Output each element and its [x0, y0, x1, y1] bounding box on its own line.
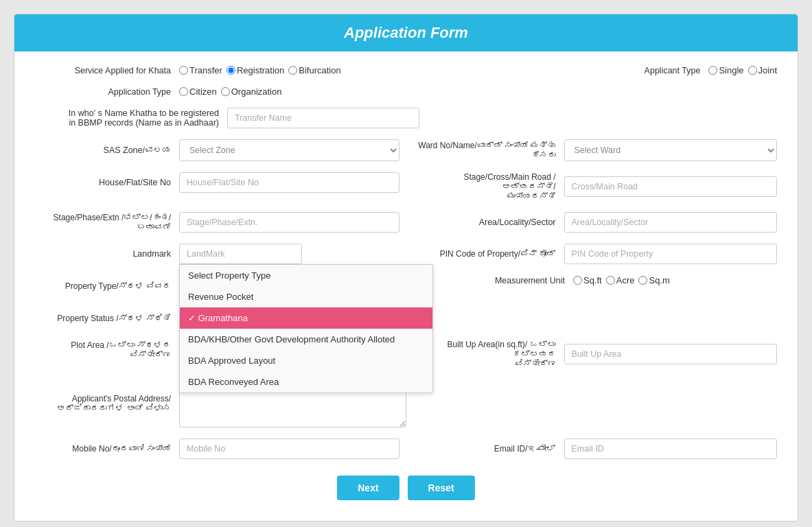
radio-sqft[interactable]	[573, 276, 582, 285]
dropdown-item-bda-reconveyed[interactable]: BDA Reconveyed Area	[180, 371, 432, 393]
radio-organization-text: Organization	[231, 86, 282, 97]
property-type-dropdown: Select Property Type Revenue Pocket Gram…	[179, 264, 433, 393]
app-header: Application Form	[14, 14, 798, 51]
radio-organization[interactable]	[221, 87, 230, 96]
built-label: Built Up Area(in sq.ft)/ ಒಟ್ಟು ಕಟ್ಟಡದವಿಸ…	[413, 340, 564, 368]
radio-acre-text: Acre	[616, 275, 635, 285]
radio-single[interactable]	[708, 66, 717, 75]
name-row-inner: In who' s Name Khatha to be registeredin…	[35, 108, 777, 128]
plot-label: Plot Area /ಒಟ್ಟು ಸ್ಥಳದ ವಿಸ್ತೀರ್ಣ	[35, 340, 179, 360]
radio-bifurcation[interactable]	[288, 66, 297, 75]
radio-joint-label[interactable]: Joint	[748, 65, 777, 75]
radio-joint[interactable]	[748, 66, 757, 75]
page-title: Application Form	[14, 24, 798, 42]
row-mobile-email: Mobile No/ದೂರವಾಣಿ ಸಂಖ್ಯೆ Email ID/ಇ-ಮೇಲ್	[35, 438, 777, 459]
applicant-col: Applicant Type Single Joint	[399, 65, 778, 75]
radio-registration-label[interactable]: Registration	[227, 65, 284, 75]
pin-label: PIN Code of Property/ಪಿನ್ ಕೋಡ್	[413, 249, 564, 259]
app-type-col: Application Type Citizen Organization	[35, 86, 406, 97]
radio-acre-label[interactable]: Acre	[606, 275, 635, 285]
next-button[interactable]: Next	[337, 476, 399, 500]
radio-transfer-label[interactable]: Transfer	[179, 65, 222, 75]
dropdown-item-bda-approved[interactable]: BDA Approved Layout	[180, 350, 432, 371]
pin-input[interactable]	[564, 244, 778, 264]
radio-sqm-label[interactable]: Sq.m	[638, 275, 669, 285]
row-service-applicant: Service Applied for Khata Transfer Regis…	[35, 65, 777, 75]
radio-joint-text: Joint	[758, 65, 777, 75]
area-label: Area/Locality/Sector	[413, 218, 564, 227]
dropdown-item-revenue-pocket[interactable]: Revenue Pocket	[180, 286, 432, 307]
landmark-input[interactable]	[179, 244, 302, 264]
service-label: Service Applied for Khata	[35, 66, 179, 75]
mobile-col: Mobile No/ದೂರವಾಣಿ ಸಂಖ್ಯೆ	[35, 438, 399, 459]
radio-acre[interactable]	[606, 276, 615, 285]
ward-select[interactable]: Select Ward	[564, 139, 778, 161]
radio-sqft-label[interactable]: Sq.ft	[573, 275, 602, 285]
app-type-label: Application Type	[35, 87, 179, 97]
radio-bifurcation-text: Bifurcation	[299, 65, 340, 75]
row-app-type: Application Type Citizen Organization	[35, 86, 777, 97]
mobile-label: Mobile No/ದೂರವಾಣಿ ಸಂಖ್ಯೆ	[35, 444, 179, 454]
radio-transfer[interactable]	[179, 66, 188, 75]
road-col: Stage/Cross/Main Road /ಅಡ್ಡರಸ್ತೆ/ಮುಖ್ಯರಸ…	[413, 172, 778, 201]
landmark-label: Landmark	[35, 249, 179, 259]
radio-registration[interactable]	[227, 66, 235, 75]
row-name: In who' s Name Khatha to be registeredin…	[35, 108, 777, 128]
stage-col: Stage/Phase/Extn /ಭಟ್ಟ/ಹಂತ/ಬಡಾವಣೆ	[35, 212, 399, 233]
row-stage-area: Stage/Phase/Extn /ಭಟ್ಟ/ಹಂತ/ಬಡಾವಣೆ Area/L…	[35, 212, 777, 233]
radio-transfer-text: Transfer	[189, 65, 222, 75]
row-house-road: House/Flat/Site No Stage/Cross/Main Road…	[35, 172, 777, 201]
sas-zone-label: SAS Zone/ವಲಯ	[35, 145, 179, 155]
road-label: Stage/Cross/Main Road /ಅಡ್ಡರಸ್ತೆ/ಮುಖ್ಯರಸ…	[413, 172, 564, 201]
prop-type-label: Property Type/ಸ್ಥಳ ವಿವರ	[35, 281, 179, 291]
house-label: House/Flat/Site No	[35, 178, 179, 187]
name-label: In who' s Name Khatha to be registeredin…	[35, 108, 227, 128]
radio-citizen-label[interactable]: Citizen	[179, 86, 217, 97]
house-no-input[interactable]	[179, 172, 399, 193]
service-radio-group: Transfer Registration Bifurcation	[179, 65, 341, 75]
app-type-radio-group: Citizen Organization	[179, 86, 281, 97]
zone-col: SAS Zone/ವಲಯ Select Zone East Zone West …	[35, 139, 399, 161]
email-input[interactable]	[564, 438, 778, 459]
button-row: Next Reset	[35, 476, 777, 500]
reset-button[interactable]: Reset	[408, 476, 475, 500]
house-col: House/Flat/Site No	[35, 172, 399, 193]
landmark-col: Landmark Select Property Type Revenue Po…	[35, 244, 399, 264]
property-type-dropdown-wrapper: Select Property Type Revenue Pocket Gram…	[179, 244, 399, 264]
dropdown-item-gramathana[interactable]: Gramathana	[180, 307, 432, 329]
ward-col: Ward No/Name/ವಾರ್ಡ್ ಸಂಖ್ಯೆ ಮತ್ತು ಹೆಸರು S…	[413, 139, 778, 161]
road-input[interactable]	[564, 176, 778, 197]
measurement-radio-group: Sq.ft Acre Sq.m	[573, 275, 670, 285]
row-zone-ward: SAS Zone/ವಲಯ Select Zone East Zone West …	[35, 139, 777, 161]
radio-organization-label[interactable]: Organization	[221, 86, 282, 97]
applicant-radio-group: Single Joint	[708, 65, 777, 75]
dropdown-item-select-property[interactable]: Select Property Type	[180, 265, 432, 286]
row-landmark-pin: Landmark Select Property Type Revenue Po…	[35, 244, 777, 264]
radio-bifurcation-label[interactable]: Bifurcation	[288, 65, 340, 75]
dropdown-item-bda-khb[interactable]: BDA/KHB/Other Govt Development Authority…	[180, 329, 432, 350]
radio-single-label[interactable]: Single	[708, 65, 743, 75]
radio-single-text: Single	[719, 65, 743, 75]
transfer-name-input[interactable]	[227, 108, 419, 128]
radio-sqm-text: Sq.m	[649, 275, 669, 285]
applicant-type-label: Applicant Type	[557, 66, 708, 75]
postal-label: Applicant's Postal Address/ಅರ್ಜಿದಾರರುಗಳ …	[35, 394, 179, 413]
email-col: Email ID/ಇ-ಮೇಲ್	[413, 438, 778, 459]
radio-registration-text: Registration	[237, 65, 284, 75]
email-label: Email ID/ಇ-ಮೇಲ್	[413, 444, 564, 454]
built-up-area-input[interactable]	[564, 344, 778, 364]
radio-sqft-text: Sq.ft	[583, 275, 602, 285]
sas-zone-select[interactable]: Select Zone East Zone West Zone North Zo…	[179, 139, 399, 161]
ward-label: Ward No/Name/ವಾರ್ಡ್ ಸಂಖ್ಯೆ ಮತ್ತು ಹೆಸರು	[413, 141, 564, 160]
mobile-input[interactable]	[179, 438, 399, 459]
pin-col: PIN Code of Property/ಪಿನ್ ಕೋಡ್	[413, 244, 778, 264]
measurement-col: Measurement Unit Sq.ft Acre Sq.m	[422, 275, 777, 285]
app-container: Application Form Service Applied for Kha…	[14, 14, 798, 522]
service-col: Service Applied for Khata Transfer Regis…	[35, 65, 399, 75]
prop-status-label: Property Status /ಸ್ಥಳ ಸ್ಥಿತಿ	[35, 314, 179, 323]
stage-input[interactable]	[179, 212, 399, 233]
radio-sqm[interactable]	[638, 276, 647, 285]
radio-citizen[interactable]	[179, 87, 188, 96]
radio-citizen-text: Citizen	[189, 86, 217, 97]
area-input[interactable]	[564, 212, 778, 233]
